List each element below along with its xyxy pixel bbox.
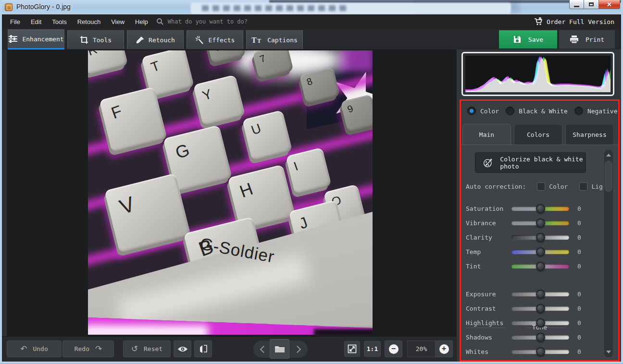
scrollbar-thumb[interactable] [605,161,612,192]
reset-button[interactable]: ↺ Reset [123,340,171,357]
slider-row-saturation: Saturation0 [461,202,618,216]
previous-photo-button[interactable] [260,346,268,353]
menu-item-tools[interactable]: Tools [47,18,72,25]
slider-handle[interactable] [536,347,545,356]
feature-tab-bar: EnhancementToolsRetouchEffectsTTCaptions… [2,29,621,49]
slider-row-highlights: Highlights0 [461,316,618,330]
zoom-level[interactable]: 20% [407,340,436,357]
auto-color-checkbox[interactable] [537,182,545,191]
slider-handle[interactable] [536,262,545,271]
fit-to-screen-button[interactable] [344,341,360,357]
keycap-f: F [99,86,167,152]
auto-correction-row: Auto correction: Color Light [466,181,620,192]
zoom-in-button[interactable]: + [435,340,453,357]
color-mode-row: ColorBlack & WhiteNegative [461,101,618,121]
crop-icon [80,36,88,44]
slider-handle[interactable] [536,204,545,213]
tab-enhancement[interactable]: Enhancement [8,29,64,49]
panel-tab-colors[interactable]: Colors [514,124,562,145]
undo-button[interactable]: ↶ Undo [7,340,62,357]
slider-handle[interactable] [536,333,545,342]
photo-background [338,50,373,72]
slider-row-clarity: Clarity0 [461,231,618,245]
panel-scrollbar[interactable] [603,149,614,358]
print-button[interactable]: Print [559,30,615,49]
minimize-button[interactable] [569,0,584,9]
window-controls: ✕ [569,0,620,9]
slider-handle[interactable] [536,218,545,228]
slider-row-whites: Whites0 [461,345,618,359]
help-search[interactable]: What do you want to do? [156,18,248,25]
palette-icon [482,156,494,170]
scroll-down-icon[interactable] [606,351,611,353]
search-icon [156,18,164,25]
redo-button[interactable]: Redo ↷ [62,340,114,357]
title-bar[interactable]: PhotoGlory - 0.jpg [0,0,623,14]
histogram-panel [461,52,614,96]
slider-handle[interactable] [536,304,545,313]
slider-value: 0 [577,319,581,327]
slider-value: 0 [577,234,581,241]
cart-icon [534,17,543,26]
menu-item-file[interactable]: File [5,18,25,25]
slider-value: 0 [577,334,581,341]
slider-row-tint: Tint0 [461,259,618,274]
zoom-out-button[interactable]: − [385,340,402,357]
menu-bar: FileEditToolsRetouchViewHelp What do you… [2,14,621,29]
keycap-i: I [286,147,332,194]
slider-value: 0 [577,291,581,298]
order-full-version[interactable]: Order Full Version [534,14,614,29]
save-button[interactable]: Save [499,30,557,49]
slider-handle[interactable] [536,247,545,256]
eye-icon [177,345,188,353]
mode-color[interactable]: Color [467,107,499,115]
radio-icon [506,107,514,115]
preview-original-button[interactable] [174,340,191,357]
panel-tabs: MainColorsSharpness [462,124,620,145]
annotation-highlight-box: ColorBlack & WhiteNegative MainColorsSha… [460,99,620,362]
panel-tab-main[interactable]: Main [462,124,511,145]
mode-black-white[interactable]: Black & White [506,107,568,115]
text-icon: TT [251,36,263,44]
next-photo-button[interactable] [294,346,301,353]
background-window-blur [202,5,346,11]
open-folder-button[interactable] [270,339,289,359]
tab-retouch[interactable]: Retouch [127,30,184,49]
colorize-button[interactable]: Colorize black & white photo [475,152,586,173]
close-button[interactable]: ✕ [598,0,620,9]
undo-icon: ↶ [20,345,27,353]
photo-bottom-light [88,325,208,335]
panel-tab-sharpness[interactable]: Sharpness [565,124,614,145]
tab-tools[interactable]: Tools [67,30,124,49]
slider-row-shadows: Shadows0 [461,330,618,345]
app-icon [5,3,12,11]
folder-icon [274,345,285,353]
slider-row-temp: Temp0 [461,245,618,259]
menu-item-help[interactable]: Help [130,18,153,25]
keycap-y: Y [193,74,246,126]
auto-light-checkbox[interactable] [579,182,587,191]
histogram [465,56,611,92]
canvas-left-margin [2,49,7,336]
mode-negative[interactable]: Negative [574,107,618,115]
slider-value: 0 [577,305,581,312]
slider-row-vibrance: Vibrance0 [461,216,618,231]
slider-handle[interactable] [536,233,545,242]
tab-captions[interactable]: TTCaptions [246,30,303,49]
edited-photo[interactable]: RTYUIOFGHJKVBNM6789 G-Soldier [88,50,373,335]
slider-handle[interactable] [536,290,545,299]
adjustments-panel: ColorBlack & WhiteNegative MainColorsSha… [457,49,621,362]
scroll-up-icon[interactable] [606,154,611,157]
redo-icon: ↷ [95,345,102,353]
slider-row-exposure: Exposure0 [461,287,618,302]
fit-screen-icon [348,344,357,353]
actual-size-button[interactable]: 1:1 [364,341,381,357]
slider-handle[interactable] [536,318,545,328]
maximize-button[interactable] [584,0,598,9]
window-border [621,0,623,364]
before-after-button[interactable] [194,340,212,357]
tab-effects[interactable]: Effects [187,30,243,49]
menu-item-edit[interactable]: Edit [25,18,47,25]
menu-item-retouch[interactable]: Retouch [72,18,106,25]
menu-item-view[interactable]: View [106,18,130,25]
